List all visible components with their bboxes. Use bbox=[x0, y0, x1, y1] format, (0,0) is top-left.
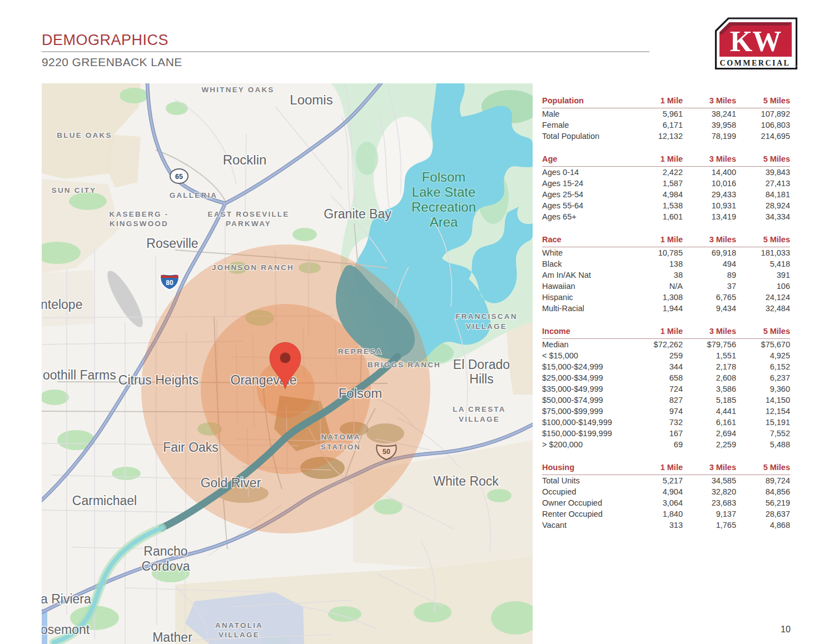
cell-value: $75,670 bbox=[736, 339, 790, 350]
cell-value: 10,931 bbox=[683, 200, 736, 211]
table-row: $50,000-$74,9998275,18514,150 bbox=[542, 395, 790, 406]
row-label: Multi-Racial bbox=[542, 303, 629, 314]
cell-value: 167 bbox=[629, 428, 683, 439]
cell-value: 69,918 bbox=[683, 247, 736, 258]
cell-value: 28,924 bbox=[736, 200, 790, 211]
row-label: $25,000-$34,999 bbox=[542, 372, 629, 383]
table-section-population: Population1 Mile3 Miles5 MilesMale5,9613… bbox=[542, 96, 790, 142]
column-header: 5 Miles bbox=[736, 154, 790, 165]
table-section-age: Age1 Mile3 Miles5 MilesAges 0-142,42214,… bbox=[542, 154, 790, 222]
row-label: Total Units bbox=[542, 475, 629, 486]
map-label: WHITNEY OAKS bbox=[201, 86, 274, 94]
highway-shield-65: 65 bbox=[170, 169, 188, 183]
table-row: Vacant3131,7654,868 bbox=[542, 520, 790, 531]
column-header: 1 Mile bbox=[629, 96, 683, 107]
property-address: 9220 GREENBACK LANE bbox=[42, 56, 182, 69]
row-label: Ages 65+ bbox=[542, 211, 629, 222]
section-title: Race bbox=[542, 234, 629, 246]
cell-value: 259 bbox=[629, 350, 683, 361]
map-label: REPRESA bbox=[338, 347, 383, 356]
cell-value: 56,219 bbox=[736, 497, 790, 508]
cell-value: $72,262 bbox=[629, 339, 683, 350]
cell-value: 1,587 bbox=[629, 178, 683, 189]
cell-value: $79,756 bbox=[683, 339, 736, 350]
cell-value: 13,419 bbox=[683, 211, 736, 222]
table-row: Female6,17139,958106,803 bbox=[542, 119, 790, 131]
row-label: $150,000-$199,999 bbox=[542, 428, 629, 439]
row-label: Total Population bbox=[542, 131, 629, 142]
cell-value: 5,961 bbox=[629, 108, 683, 119]
table-header: Income1 Mile3 Miles5 Miles bbox=[542, 326, 790, 339]
row-label: White bbox=[542, 247, 629, 258]
cell-value: 1,944 bbox=[629, 303, 683, 314]
logo-commercial-text: COMMERCIAL bbox=[720, 59, 791, 67]
cell-value: 724 bbox=[629, 383, 683, 395]
table-row: White10,78569,918181,033 bbox=[542, 247, 790, 258]
cell-value: 34,585 bbox=[683, 475, 736, 486]
demographics-tables: Population1 Mile3 Miles5 MilesMale5,9613… bbox=[542, 96, 790, 543]
cell-value: 1,765 bbox=[683, 520, 736, 531]
radius-map: 658050 WHITNEY OAKSLoomisBLUE OAKSRockli… bbox=[42, 83, 533, 644]
map-label: Loomis bbox=[290, 92, 332, 107]
cell-value: 9,434 bbox=[683, 303, 736, 314]
cell-value: 4,904 bbox=[629, 486, 683, 497]
table-row: Ages 15-241,58710,01627,413 bbox=[542, 178, 790, 189]
cell-value: 5,217 bbox=[629, 475, 683, 486]
cell-value: 84,181 bbox=[736, 189, 790, 200]
cell-value: 23,683 bbox=[683, 497, 736, 508]
cell-value: 9,137 bbox=[683, 508, 736, 520]
row-label: Am In/AK Nat bbox=[542, 269, 629, 281]
cell-value: 138 bbox=[629, 258, 683, 269]
table-row: Hispanic1,3086,76524,124 bbox=[542, 292, 790, 303]
table-row: Black1384945,418 bbox=[542, 258, 790, 269]
column-header: 3 Miles bbox=[683, 154, 736, 165]
column-header: 1 Mile bbox=[629, 234, 683, 246]
column-header: 3 Miles bbox=[683, 96, 736, 107]
row-label: Ages 15-24 bbox=[542, 178, 629, 189]
cell-value: 24,124 bbox=[736, 292, 790, 303]
row-label: $35,000-$49,999 bbox=[542, 383, 629, 395]
row-label: Hispanic bbox=[542, 292, 629, 303]
map-label: Gold River bbox=[201, 476, 261, 490]
map-label: SUN CITY bbox=[52, 186, 97, 194]
map: 658050 WHITNEY OAKSLoomisBLUE OAKSRockli… bbox=[42, 83, 533, 644]
table-row: Total Population12,13278,199214,695 bbox=[542, 131, 790, 142]
cell-value: 974 bbox=[629, 406, 683, 417]
cell-value: 39,958 bbox=[683, 119, 736, 131]
cell-value: 6,765 bbox=[683, 292, 736, 303]
row-label: Renter Occupied bbox=[542, 508, 629, 520]
cell-value: 28,637 bbox=[736, 508, 790, 520]
section-title: Age bbox=[542, 154, 629, 165]
svg-text:80: 80 bbox=[166, 279, 173, 287]
map-label: Carmichael bbox=[72, 493, 137, 508]
row-label: Ages 0-14 bbox=[542, 167, 629, 178]
column-header: 5 Miles bbox=[736, 462, 790, 473]
cell-value: 106,803 bbox=[736, 119, 790, 131]
table-section-housing: Housing1 Mile3 Miles5 MilesTotal Units5,… bbox=[542, 462, 790, 531]
cell-value: 34,334 bbox=[736, 211, 790, 222]
map-label: White Rock bbox=[433, 474, 499, 488]
cell-value: N/A bbox=[629, 281, 683, 292]
table-row: < $15,0002591,5514,925 bbox=[542, 350, 790, 361]
cell-value: 27,413 bbox=[736, 178, 790, 189]
cell-value: 14,400 bbox=[683, 167, 736, 178]
table-header: Age1 Mile3 Miles5 Miles bbox=[542, 154, 790, 167]
map-label: ntelope bbox=[42, 297, 82, 312]
table-row: $35,000-$49,9997243,5869,360 bbox=[542, 383, 790, 395]
row-label: $75,000-$99,999 bbox=[542, 406, 629, 417]
map-label: Rocklin bbox=[223, 152, 267, 167]
map-label: BLUE OAKS bbox=[57, 131, 112, 139]
row-label: $15,000-$24,999 bbox=[542, 361, 629, 372]
cell-value: 89 bbox=[683, 269, 736, 281]
section-title: Housing bbox=[542, 462, 629, 473]
cell-value: 1,308 bbox=[629, 292, 683, 303]
table-row: Multi-Racial1,9449,43432,484 bbox=[542, 303, 790, 314]
cell-value: 5,185 bbox=[683, 395, 736, 406]
table-row: Total Units5,21734,58589,724 bbox=[542, 475, 790, 486]
column-header: 5 Miles bbox=[736, 234, 790, 246]
row-label: < $15,000 bbox=[542, 350, 629, 361]
row-label: $100,000-$149,999 bbox=[542, 417, 629, 428]
table-row: Ages 25-544,98429,43384,181 bbox=[542, 189, 790, 200]
table-row: Am In/AK Nat3889391 bbox=[542, 269, 790, 281]
cell-value: 4,868 bbox=[736, 520, 790, 531]
